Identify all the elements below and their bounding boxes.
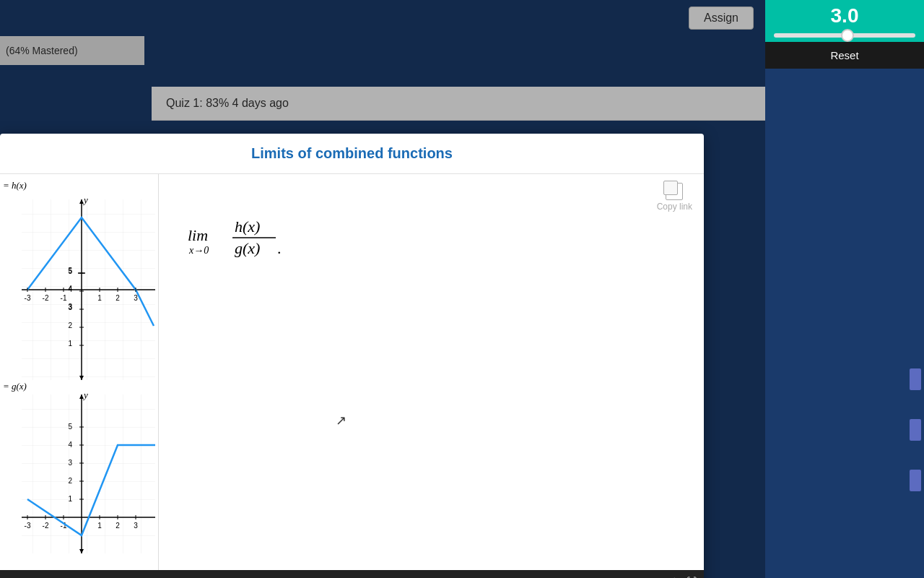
svg-text:y: y [82,194,88,205]
hx-label: = h(x) [3,180,27,191]
score-value: 3.0 [765,0,924,30]
svg-text:3: 3 [134,522,138,530]
svg-text:1: 1 [97,522,102,530]
modal-title: Limits of combined functions [251,145,453,161]
svg-text:lim: lim [188,226,208,244]
right-sidebar [910,137,924,491]
svg-text:-3: -3 [25,522,31,530]
svg-text:y: y [82,389,88,400]
svg-text:2: 2 [68,322,72,329]
sidebar-indicator-2 [910,419,921,441]
svg-text:2: 2 [68,477,72,485]
svg-text:1: 1 [68,340,72,348]
sidebar-indicator-3 [910,470,921,491]
svg-text:x→0: x→0 [188,245,209,256]
svg-text:-3: -3 [25,294,31,302]
svg-text:.: . [277,239,282,257]
graph-panel: = h(x) x y [0,174,159,578]
sidebar-indicator-1 [910,368,921,390]
modal-body: Copy link = h(x) [0,174,704,578]
video-bar: ▶ 2:20 / 4:08 CC ⚙ ⛶ [0,570,704,578]
formula-panel: lim x→0 h(x) g(x) . [159,174,704,578]
gx-graph: x y 5 4 3 2 1 1 2 3 -1 -2 -3 [0,384,155,557]
copy-link-label: Copy link [657,202,692,212]
score-slider-thumb[interactable] [841,29,854,42]
formula-display: lim x→0 h(x) g(x) . [188,210,675,272]
reset-button[interactable]: Reset [765,42,924,69]
svg-text:g(x): g(x) [235,239,260,257]
svg-text:-1: -1 [61,294,67,302]
modal-header: Limits of combined functions [0,134,704,174]
svg-text:3: 3 [68,459,72,467]
score-widget: 3.0 Reset [765,0,924,69]
copy-icon [666,183,683,200]
modal: Limits of combined functions Copy link =… [0,134,704,578]
gx-label: = g(x) [3,381,27,392]
svg-text:h(x): h(x) [235,217,260,236]
svg-rect-35 [22,394,155,553]
score-slider[interactable] [774,33,915,38]
score-slider-container [765,30,924,42]
svg-text:-2: -2 [43,294,49,302]
svg-text:3: 3 [134,294,138,302]
svg-text:1: 1 [97,294,102,302]
svg-text:4: 4 [68,285,72,293]
copy-link-button[interactable]: Copy link [657,183,692,212]
svg-text:4: 4 [68,441,72,449]
svg-text:-2: -2 [43,522,49,530]
hx-graph: x y 5 4 3 5 4 3 2 1 1 2 3 -1 -2 [0,189,155,384]
svg-text:2: 2 [116,522,120,530]
svg-text:3: 3 [68,303,72,311]
svg-text:5: 5 [68,267,72,275]
svg-text:1: 1 [68,495,72,503]
svg-text:5: 5 [68,423,72,431]
formula-svg: lim x→0 h(x) g(x) . [188,210,318,268]
svg-text:2: 2 [116,294,120,302]
